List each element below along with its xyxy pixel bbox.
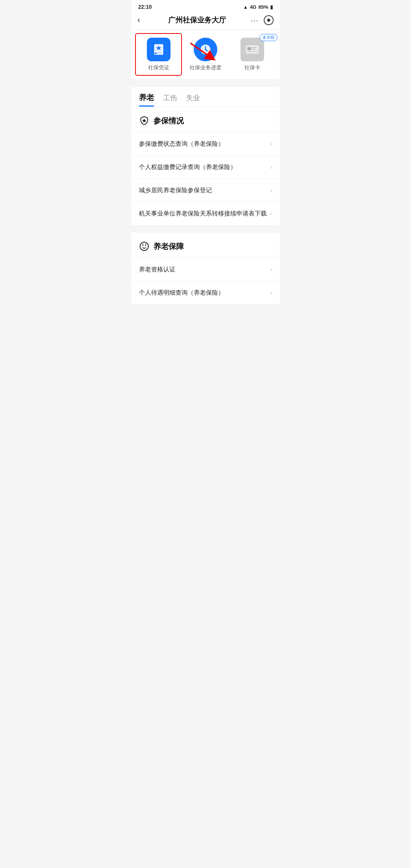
svg-point-16 — [140, 242, 148, 251]
section-canbao: 参保情况 参保缴费状态查询（养老保险） › 个人权益缴费记录查询（养老保险） ›… — [131, 107, 280, 225]
battery-icon: ▮ — [270, 4, 273, 10]
quick-cards: 社保凭证 社保业务进度 — [131, 30, 280, 79]
voucher-svg-icon — [152, 43, 166, 56]
status-time: 22:10 — [138, 4, 152, 10]
section-yanglao-header: 养老保障 — [131, 233, 280, 258]
more-button[interactable]: ··· — [251, 16, 258, 25]
menu-item-text-1: 个人权益缴费记录查询（养老保险） — [139, 163, 267, 172]
menu-item-2[interactable]: 城乡居民养老保险参保登记 › — [131, 179, 280, 202]
tab-shiye[interactable]: 失业 — [186, 93, 200, 106]
tab-bar: 养老 工伤 失业 — [131, 87, 280, 107]
section-yanglao: 养老保障 养老资格认证 › 个人待遇明细查询（养老保险） › — [131, 233, 280, 304]
status-bar: 22:10 ▲ 4G 85% ▮ — [131, 0, 280, 12]
separator-2 — [131, 229, 280, 233]
signal-label: 4G — [250, 4, 256, 10]
menu-item-yanglao-1[interactable]: 个人待遇明细查询（养老保险） › — [131, 281, 280, 304]
voucher-icon-wrap — [147, 38, 170, 61]
page-title: 广州社保业务大厅 — [143, 15, 251, 25]
arrow-icon-yanglao-0: › — [270, 266, 272, 273]
svg-rect-12 — [247, 51, 257, 52]
card-voucher-label: 社保凭证 — [148, 64, 169, 71]
unlinked-badge: 未关联 — [260, 34, 277, 41]
menu-item-text-0: 参保缴费状态查询（养老保险） — [139, 139, 267, 148]
arrow-icon-0: › — [270, 140, 272, 147]
nav-bar: ‹ 广州社保业务大厅 ··· — [131, 12, 280, 30]
section-canbao-title: 参保情况 — [153, 116, 184, 126]
menu-item-text-2: 城乡居民养老保险参保登记 — [139, 186, 267, 195]
arrow-icon-3: › — [270, 210, 272, 217]
svg-rect-9 — [247, 47, 251, 50]
status-icons: ▲ 4G 85% ▮ — [243, 4, 273, 10]
svg-point-18 — [145, 245, 146, 246]
shebao-card-icon-wrap — [241, 38, 264, 61]
progress-svg-icon — [199, 43, 212, 56]
card-progress-label: 社保业务进度 — [190, 64, 221, 71]
menu-item-3[interactable]: 机关事业单位养老保险关系转移接续申请表下载 › — [131, 202, 280, 225]
svg-rect-11 — [252, 49, 255, 49]
menu-item-yanglao-text-0: 养老资格认证 — [139, 265, 267, 274]
menu-item-yanglao-text-1: 个人待遇明细查询（养老保险） — [139, 288, 267, 297]
back-button[interactable]: ‹ — [137, 16, 140, 24]
signal-icon: ▲ — [243, 4, 248, 10]
tab-gongshang[interactable]: 工伤 — [163, 93, 177, 106]
menu-item-text-3: 机关事业单位养老保险关系转移接续申请表下载 — [139, 209, 267, 218]
card-shebao-voucher[interactable]: 社保凭证 — [135, 38, 182, 71]
separator-1 — [131, 83, 280, 87]
svg-point-7 — [205, 49, 206, 50]
menu-item-1[interactable]: 个人权益缴费记录查询（养老保险） › — [131, 155, 280, 179]
card-shebao-card[interactable]: 未关联 社保卡 — [229, 38, 276, 71]
section-yanglao-title: 养老保障 — [153, 241, 184, 252]
id-card-svg-icon — [245, 44, 260, 55]
svg-marker-15 — [142, 118, 147, 123]
quick-cards-container: 社保凭证 社保业务进度 — [131, 30, 280, 79]
menu-item-0[interactable]: 参保缴费状态查询（养老保险） › — [131, 132, 280, 155]
tab-yanglao[interactable]: 养老 — [139, 93, 154, 107]
svg-point-17 — [142, 245, 143, 246]
face-icon — [139, 241, 150, 252]
section-canbao-header: 参保情况 — [131, 107, 280, 132]
nav-actions: ··· — [251, 15, 274, 25]
svg-rect-10 — [252, 47, 256, 48]
scan-dot-icon — [267, 19, 270, 22]
shield-icon — [139, 115, 150, 126]
menu-item-yanglao-0[interactable]: 养老资格认证 › — [131, 258, 280, 281]
arrow-icon-1: › — [270, 164, 272, 171]
progress-icon-wrap — [194, 38, 217, 61]
scan-button[interactable] — [264, 15, 274, 25]
battery-label: 85% — [258, 4, 268, 10]
arrow-icon-2: › — [270, 187, 272, 194]
card-shebao-card-label: 社保卡 — [244, 64, 260, 71]
card-shebao-progress[interactable]: 社保业务进度 — [182, 38, 229, 71]
arrow-icon-yanglao-1: › — [270, 289, 272, 296]
svg-rect-3 — [155, 53, 162, 53]
